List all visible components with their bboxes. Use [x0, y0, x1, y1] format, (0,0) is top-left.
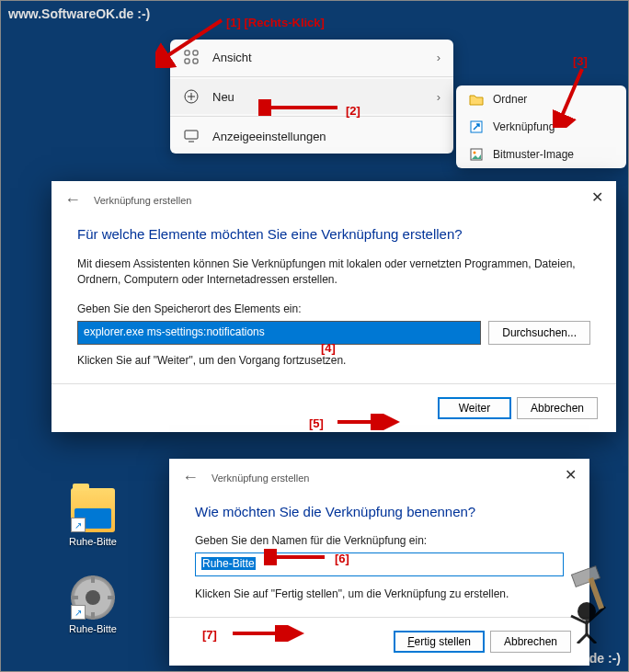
arrow-5	[334, 414, 400, 430]
icon-label: Ruhe-Bitte	[56, 623, 130, 634]
back-arrow-icon[interactable]: ←	[182, 468, 199, 487]
sub-item-label: Bitmuster-Image	[493, 148, 574, 161]
annotation-1: [1] [Rechts-Klick]	[226, 16, 325, 29]
dialog-description: Mit diesem Assistenten können Sie Verknü…	[77, 256, 590, 288]
input-label: Geben Sie den Speicherort des Elements e…	[77, 302, 590, 315]
svg-line-1	[163, 20, 222, 59]
arrow-2	[258, 99, 343, 116]
back-arrow-icon[interactable]: ←	[64, 190, 81, 210]
input-label: Geben Sie den Namen für die Verknüpfung …	[195, 534, 564, 547]
dialog-breadcrumb: Verknüpfung erstellen	[94, 195, 191, 206]
ctx-item-label: Neu	[212, 90, 234, 104]
dialog-hint: Klicken Sie auf "Fertig stellen", um die…	[195, 587, 564, 600]
icon-label: Ruhe-Bitte	[56, 536, 130, 547]
dialog-hint: Klicken Sie auf "Weiter", um den Vorgang…	[77, 354, 590, 367]
chevron-right-icon: ›	[437, 51, 440, 64]
gear-icon: ↗	[71, 575, 115, 620]
annotation-4: [4]	[321, 341, 336, 355]
dialog-breadcrumb: Verknüpfung erstellen	[212, 473, 309, 484]
annotation-5: [5]	[309, 416, 324, 430]
close-button[interactable]: ✕	[565, 466, 577, 484]
svg-rect-19	[185, 131, 198, 139]
svg-rect-26	[91, 612, 95, 620]
plus-circle-icon	[183, 88, 200, 105]
desktop-shortcut-gear[interactable]: ↗ Ruhe-Bitte	[56, 575, 130, 634]
folder-icon: ↗	[71, 488, 115, 532]
arrow-6	[264, 549, 330, 565]
ctx-item-display-settings[interactable]: Anzeigeeinstellungen	[170, 119, 453, 154]
svg-point-23	[474, 152, 476, 154]
hammer-figure-icon	[555, 561, 619, 644]
svg-rect-25	[91, 575, 95, 583]
create-shortcut-dialog-1: ✕ ← Verknüpfung erstellen Für welche Ele…	[51, 181, 616, 432]
desktop-shortcut-folder[interactable]: ↗ Ruhe-Bitte	[56, 488, 130, 547]
svg-point-29	[86, 590, 100, 605]
separator	[170, 116, 453, 117]
separator	[170, 76, 453, 77]
browse-button[interactable]: Durchsuchen...	[488, 321, 590, 345]
chevron-right-icon: ›	[437, 90, 440, 104]
arrow-1	[155, 15, 229, 68]
svg-line-5	[560, 69, 582, 120]
dialog-title: Wie möchten Sie die Verknüpfung benennen…	[195, 504, 564, 519]
cancel-button[interactable]: Abbrechen	[517, 397, 598, 419]
location-input[interactable]: explorer.exe ms-settings:notifications	[77, 321, 481, 345]
folder-icon	[469, 92, 484, 107]
sub-item-shortcut[interactable]: Verknüpfung	[456, 113, 626, 141]
sub-item-label: Ordner	[493, 93, 527, 106]
sub-item-label: Verknüpfung	[493, 120, 555, 133]
annotation-6: [6]	[335, 552, 349, 565]
watermark-top: www.SoftwareOK.de :-)	[8, 6, 150, 21]
annotation-7: [7]	[202, 628, 217, 642]
shortcut-badge-icon: ↗	[71, 518, 86, 532]
name-input[interactable]: Ruhe-Bitte	[195, 552, 564, 576]
submenu-new: Ordner Verknüpfung Bitmuster-Image	[456, 85, 626, 168]
sub-item-folder[interactable]: Ordner	[456, 85, 626, 113]
svg-line-32	[578, 634, 587, 644]
annotation-2: [2]	[346, 104, 360, 118]
display-settings-icon	[183, 128, 200, 144]
shortcut-badge-icon: ↗	[71, 605, 86, 620]
annotation-3: [3]	[573, 54, 588, 68]
svg-rect-36	[571, 566, 600, 587]
dialog-title: Für welche Elemente möchten Sie eine Ver…	[77, 226, 590, 242]
next-button[interactable]: Weiter	[438, 397, 511, 419]
close-button[interactable]: ✕	[591, 188, 603, 206]
arrow-3	[553, 65, 594, 128]
svg-rect-27	[71, 596, 78, 599]
sub-item-bitmap[interactable]: Bitmuster-Image	[456, 141, 626, 168]
shortcut-icon	[469, 120, 484, 134]
ctx-item-label: Anzeigeeinstellungen	[212, 130, 326, 143]
svg-line-33	[587, 634, 596, 644]
bitmap-icon	[469, 147, 484, 162]
finish-button[interactable]: Fertig stellen	[394, 631, 485, 653]
svg-rect-28	[108, 596, 115, 599]
arrow-7	[229, 625, 304, 642]
